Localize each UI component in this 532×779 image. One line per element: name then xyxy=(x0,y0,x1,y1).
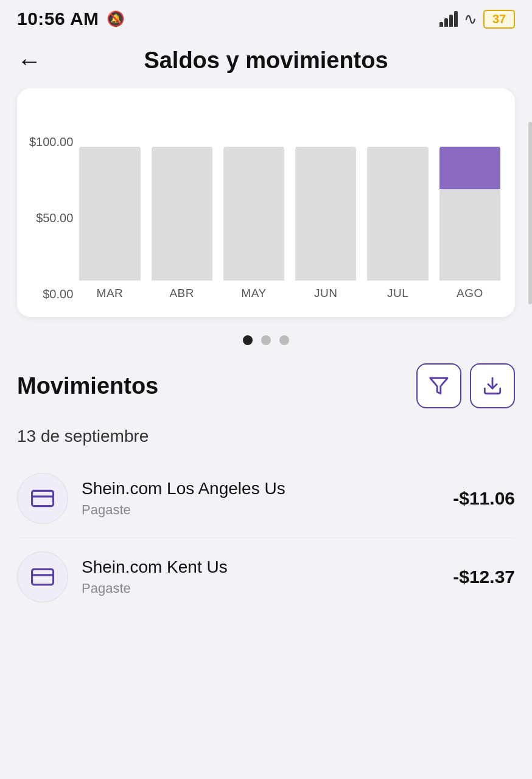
signal-icon xyxy=(439,11,458,27)
transaction-item: Shein.com Kent Us Pagaste -$12.37 xyxy=(17,538,515,616)
chart-card: $100.00 $50.00 $0.00 xyxy=(17,88,515,317)
y-label-100: $100.00 xyxy=(29,136,73,148)
x-label-jun: JUN xyxy=(295,287,356,300)
carousel-dots xyxy=(0,335,532,345)
x-label-jul: JUL xyxy=(367,287,428,300)
x-label-may: MAY xyxy=(223,287,284,300)
movimientos-section: Movimientos 13 de septiembre xyxy=(0,363,532,616)
bar-mar xyxy=(79,111,140,281)
y-label-0: $0.00 xyxy=(43,288,73,300)
tx-sub-2: Pagaste xyxy=(82,581,439,596)
tx-icon-1 xyxy=(17,473,68,524)
x-label-mar: MAR xyxy=(79,287,140,300)
tx-icon-2 xyxy=(17,551,68,603)
silent-icon: 🔕 xyxy=(107,10,125,27)
date-group-label: 13 de septiembre xyxy=(17,427,515,446)
wifi-icon: ∿ xyxy=(464,10,477,29)
dot-1[interactable] xyxy=(243,335,253,345)
bar-may xyxy=(223,111,284,281)
section-title: Movimientos xyxy=(17,373,158,399)
tx-amount-1: -$11.06 xyxy=(453,488,515,509)
dot-3[interactable] xyxy=(279,335,289,345)
download-icon xyxy=(482,376,503,396)
tx-name-2: Shein.com Kent Us xyxy=(82,557,439,577)
y-label-50: $50.00 xyxy=(36,212,73,224)
chart-area: $100.00 $50.00 $0.00 xyxy=(29,105,500,300)
card-icon xyxy=(31,487,54,510)
scrollbar[interactable] xyxy=(528,122,532,304)
battery-indicator: 37 xyxy=(483,10,515,29)
status-bar: 10:56 AM 🔕 ∿ 37 xyxy=(0,0,532,35)
filter-button[interactable] xyxy=(416,363,461,408)
tx-info-2: Shein.com Kent Us Pagaste xyxy=(82,557,439,596)
transaction-item: Shein.com Los Angeles Us Pagaste -$11.06 xyxy=(17,459,515,538)
tx-info-1: Shein.com Los Angeles Us Pagaste xyxy=(82,479,439,518)
section-header: Movimientos xyxy=(17,363,515,408)
chart-y-axis: $100.00 $50.00 $0.00 xyxy=(29,136,73,300)
svg-rect-4 xyxy=(32,569,54,584)
action-buttons xyxy=(416,363,515,408)
page-title: Saldos y movimientos xyxy=(41,47,491,74)
download-button[interactable] xyxy=(470,363,515,408)
filter-icon xyxy=(429,376,449,396)
tx-amount-2: -$12.37 xyxy=(453,567,515,587)
card-icon xyxy=(31,565,54,589)
page-header: ← Saldos y movimientos xyxy=(0,35,532,88)
tx-name-1: Shein.com Los Angeles Us xyxy=(82,479,439,498)
dot-2[interactable] xyxy=(261,335,271,345)
chart-x-labels: MAR ABR MAY JUN JUL AGO xyxy=(79,283,500,300)
bar-jun xyxy=(295,111,356,281)
bar-group xyxy=(79,111,500,283)
back-button[interactable]: ← xyxy=(17,49,41,73)
status-icons: ∿ 37 xyxy=(439,10,515,29)
status-time: 10:56 AM xyxy=(17,9,99,29)
bar-ago xyxy=(439,111,500,281)
bar-jul xyxy=(367,111,428,281)
svg-rect-2 xyxy=(32,491,54,506)
x-label-abr: ABR xyxy=(152,287,212,300)
chart-bars: MAR ABR MAY JUN JUL AGO xyxy=(79,111,500,300)
svg-marker-0 xyxy=(430,378,447,394)
tx-sub-1: Pagaste xyxy=(82,502,439,518)
bar-abr xyxy=(152,111,212,281)
x-label-ago: AGO xyxy=(439,287,500,300)
